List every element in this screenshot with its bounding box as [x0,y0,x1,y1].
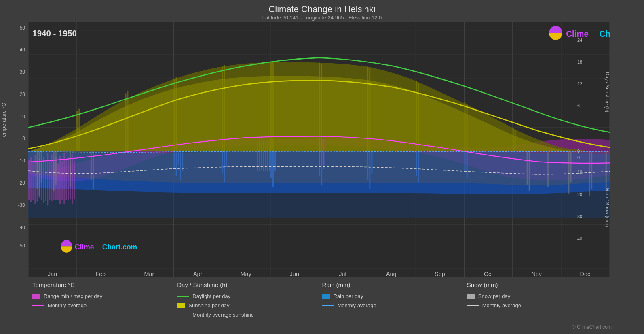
legend-area: Temperature °C Range min / max per day M… [0,277,644,334]
legend-label-temp-avg: Monthly average [48,302,87,308]
svg-rect-56 [63,153,65,204]
legend-line-daylight [177,296,189,297]
svg-rect-127 [513,128,514,151]
svg-text:-30: -30 [18,202,25,208]
legend-label-sunshine-bar: Sunshine per day [188,302,229,308]
y-axis-right [610,22,644,277]
chart-canvas: Jan Feb Mar Apr May Jun Jul Aug Sep Oct … [28,22,610,277]
svg-rect-65 [263,141,264,172]
chart-header: Climate Change in Helsinki Latitude 60.1… [0,0,644,22]
legend-line-snow-avg [467,305,479,306]
svg-rect-111 [125,93,126,151]
svg-text:12: 12 [577,81,582,86]
svg-text:Nov: Nov [531,270,542,277]
svg-rect-87 [369,151,370,189]
legend-swatch-rain [322,294,330,299]
svg-rect-63 [259,140,260,171]
svg-rect-67 [267,139,268,171]
svg-rect-102 [529,151,530,191]
legend-swatch-temp-range [32,294,40,299]
svg-text:Jun: Jun [290,270,299,277]
svg-rect-40 [30,157,32,202]
svg-text:-40: -40 [18,225,25,230]
svg-rect-126 [467,104,468,151]
svg-rect-116 [224,65,225,151]
svg-rect-123 [416,81,417,151]
legend-line-sunshine-avg [177,315,189,315]
svg-rect-92 [467,151,468,178]
svg-rect-93 [37,151,38,189]
svg-text:10: 10 [20,114,25,119]
legend-swatch-sunshine [177,303,185,308]
svg-rect-39 [28,160,30,200]
svg-rect-97 [55,151,57,185]
svg-rect-120 [321,64,322,151]
legend-title-snow: Snow (mm) [467,281,612,288]
svg-text:30: 30 [20,69,25,75]
svg-rect-60 [72,155,73,204]
svg-text:Oct: Oct [484,270,493,277]
legend-title-temperature: Temperature °C [32,281,177,288]
svg-text:May: May [241,270,252,277]
svg-rect-117 [270,62,272,151]
legend-item-rain-bar: Rain per day [322,293,467,299]
svg-rect-100 [93,151,94,189]
legend-item-daylight: Daylight per day [177,293,322,299]
legend-item-temp-avg: Monthly average [32,302,177,308]
svg-text:40: 40 [20,47,25,53]
legend-item-sunshine-avg: Monthly average sunshine [177,312,322,318]
svg-rect-50 [51,155,52,201]
svg-rect-83 [319,151,320,176]
svg-rect-118 [272,61,274,151]
svg-rect-54 [59,156,61,204]
main-container: Climate Change in Helsinki Latitude 60.1… [0,0,644,334]
svg-text:0: 0 [577,155,580,160]
svg-rect-55 [61,161,63,200]
svg-rect-42 [34,155,36,204]
svg-rect-94 [39,151,40,196]
svg-rect-103 [547,151,549,187]
svg-rect-72 [174,151,175,169]
svg-rect-91 [465,151,466,171]
svg-rect-81 [272,151,274,187]
svg-rect-105 [570,151,571,183]
svg-rect-46 [43,157,44,203]
svg-rect-49 [49,160,50,200]
legend-label-snow-avg: Monthly average [482,302,521,308]
legend-item-rain-avg: Monthly average [322,302,467,308]
svg-text:Jul: Jul [339,270,346,277]
chart-subtitle: Latitude 60.141 - Longitude 24.965 - Ele… [0,15,644,21]
svg-rect-90 [418,151,419,183]
svg-text:Chart.com: Chart.com [102,243,137,251]
svg-text:50: 50 [20,25,25,31]
svg-rect-74 [178,151,179,165]
svg-text:-20: -20 [18,180,25,186]
svg-rect-41 [32,162,34,200]
svg-rect-115 [222,67,223,151]
legend-line-rain-avg [322,305,334,306]
svg-text:Clime: Clime [75,243,94,251]
legend-label-temp-range: Range min / max per day [44,293,102,299]
svg-rect-98 [70,151,71,187]
legend-item-temp-range: Range min / max per day [32,293,177,299]
svg-rect-75 [180,151,181,180]
svg-text:Feb: Feb [95,270,106,277]
svg-text:1940 - 1950: 1940 - 1950 [32,28,77,38]
svg-rect-113 [174,79,175,151]
legend-label-sunshine-avg: Monthly average sunshine [192,312,254,318]
svg-text:30: 30 [577,214,582,219]
svg-rect-57 [65,160,67,200]
chart-area-wrapper: 50 40 30 20 10 0 -10 -20 -30 -40 -50 Tem… [0,22,644,277]
svg-text:Temperature °C: Temperature °C [1,103,7,140]
svg-text:40: 40 [577,236,582,241]
legend-item-snow-avg: Monthly average [467,302,612,308]
svg-rect-73 [176,151,177,176]
svg-text:Jan: Jan [48,270,57,277]
svg-rect-114 [176,77,177,151]
svg-rect-104 [568,151,569,194]
svg-rect-84 [321,151,322,185]
svg-rect-112 [127,91,128,151]
svg-rect-99 [91,151,92,180]
svg-rect-86 [367,151,368,180]
legend-line-temp-avg [32,305,44,306]
